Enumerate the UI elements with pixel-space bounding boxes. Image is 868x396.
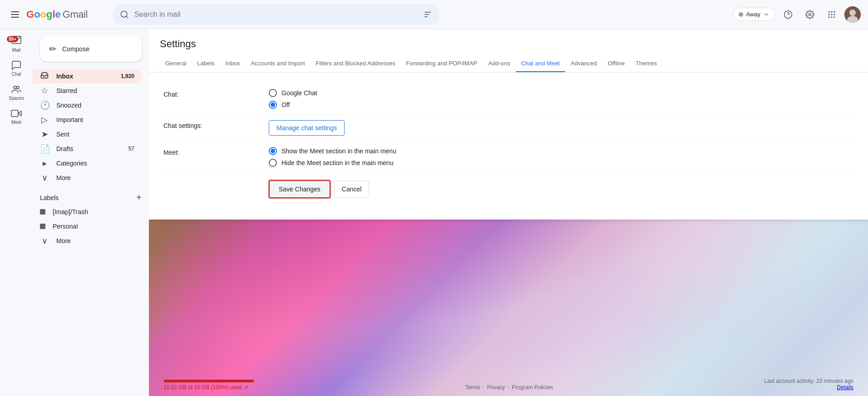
meet-section-label: Meet:: [163, 147, 254, 156]
tab-addons[interactable]: Add-ons: [483, 55, 515, 73]
save-changes-button[interactable]: Save Changes: [269, 180, 330, 198]
nav-more-label-2: More: [56, 237, 134, 244]
spaces-nav-label: Spaces: [9, 96, 24, 101]
svg-point-12: [831, 14, 832, 15]
tab-offline[interactable]: Offline: [602, 55, 630, 73]
chat-settings-value: Manage chat settings: [269, 120, 853, 136]
menu-icon[interactable]: [7, 8, 23, 21]
nav-icon-meet[interactable]: Meet: [0, 104, 33, 128]
settings-button[interactable]: [801, 5, 819, 24]
svg-point-18: [849, 10, 856, 16]
tab-labels[interactable]: Labels: [192, 55, 220, 73]
storage-bar-fill: [163, 380, 254, 382]
svg-point-22: [16, 86, 19, 89]
external-link-icon[interactable]: ↗: [244, 384, 248, 391]
nav-starred[interactable]: ☆ Starred: [33, 83, 142, 98]
content-area: Settings General Labels Inbox Accounts a…: [149, 29, 868, 396]
last-activity-text: Last account activity: 23 minutes ago: [764, 378, 853, 384]
radio-show-meet-circle: [269, 147, 277, 155]
radio-off-label: Off: [281, 101, 290, 108]
meet-option-show[interactable]: Show the Meet section in the main menu: [269, 147, 853, 155]
chat-option-google-chat[interactable]: Google Chat: [269, 89, 853, 97]
tab-themes[interactable]: Themes: [630, 55, 662, 73]
nav-categories[interactable]: ▸ Categories: [33, 156, 142, 171]
nav-drafts-count: 57: [128, 146, 134, 152]
nav-icon-spaces[interactable]: Spaces: [0, 80, 33, 104]
label-personal-text: Personal: [53, 223, 134, 230]
meet-option-hide[interactable]: Hide the Meet section in the main menu: [269, 159, 853, 167]
search-input[interactable]: [134, 10, 418, 19]
chat-settings-label: Chat settings:: [163, 120, 254, 129]
nav-drafts[interactable]: 📄 Drafts 57: [33, 142, 142, 156]
nav-categories-label: Categories: [56, 160, 134, 167]
gmail-logo: Google Gmail: [26, 9, 88, 20]
nav-important-label: Important: [56, 116, 134, 123]
svg-point-11: [829, 14, 830, 15]
chat-option-off[interactable]: Off: [269, 101, 853, 109]
nav-more-2[interactable]: ∨ More: [33, 234, 142, 248]
google-logo-icon: Google: [26, 9, 61, 20]
program-policies-link[interactable]: Program Policies: [512, 384, 553, 391]
search-bar[interactable]: [113, 4, 439, 25]
radio-hide-meet-label: Hide the Meet section in the main menu: [281, 159, 394, 166]
compose-button[interactable]: ✏ Compose: [40, 36, 142, 62]
svg-point-9: [831, 11, 832, 12]
add-label-button[interactable]: +: [136, 192, 142, 203]
svg-point-15: [831, 16, 832, 18]
svg-line-1: [126, 16, 128, 18]
tab-filters[interactable]: Filters and Blocked Addresses: [311, 55, 401, 73]
chat-section-label: Chat:: [163, 89, 254, 98]
tab-inbox[interactable]: Inbox: [220, 55, 246, 73]
nav-more-label-1: More: [56, 174, 134, 181]
nav-important[interactable]: ▷ Important: [33, 112, 142, 127]
svg-point-21: [14, 86, 16, 89]
nav-icon-mail[interactable]: 99+ Mail: [0, 31, 33, 56]
apps-button[interactable]: [823, 5, 841, 24]
tab-advanced[interactable]: Advanced: [565, 55, 602, 73]
terms-link[interactable]: Terms: [465, 384, 480, 391]
chat-radio-group: Google Chat Off: [269, 89, 853, 109]
settings-panel: Settings General Labels Inbox Accounts a…: [149, 29, 868, 220]
settings-content: Chat: Google Chat Off: [149, 73, 868, 213]
nav-starred-label: Starred: [56, 87, 134, 94]
nav-snoozed[interactable]: 🕐 Snoozed: [33, 98, 142, 112]
nav-inbox[interactable]: Inbox 1,920: [33, 69, 142, 83]
topbar-left: Google Gmail: [7, 8, 107, 21]
label-dot-icon: [40, 209, 45, 215]
categories-icon: ▸: [40, 158, 49, 168]
cancel-button[interactable]: Cancel: [334, 181, 370, 198]
settings-row-chat-settings: Chat settings: Manage chat settings: [163, 115, 853, 142]
chat-nav-label: Chat: [11, 72, 21, 77]
svg-point-7: [809, 13, 811, 15]
label-personal-dot-icon: [40, 224, 45, 229]
nav-icon-chat[interactable]: Chat: [0, 56, 33, 80]
label-imap-trash[interactable]: [Imap]/Trash: [33, 205, 142, 219]
tab-general[interactable]: General: [160, 55, 192, 73]
details-link[interactable]: Details: [837, 384, 853, 391]
footer-area: 15.02 GB of 15 GB (100%) used ↗ Terms · …: [149, 372, 868, 396]
status-button[interactable]: Away: [733, 8, 775, 21]
chat-options: Google Chat Off: [269, 89, 853, 109]
sent-icon: ➤: [40, 129, 49, 139]
svg-marker-23: [18, 111, 21, 116]
tab-chat-meet[interactable]: Chat and Meet: [516, 55, 565, 73]
help-button[interactable]: [779, 5, 797, 24]
compose-label: Compose: [62, 45, 89, 53]
radio-show-meet-label: Show the Meet section in the main menu: [281, 147, 396, 155]
nav-sent[interactable]: ➤ Sent: [33, 127, 142, 142]
starred-icon: ☆: [40, 86, 49, 96]
inbox-icon: [40, 71, 49, 82]
nav-sent-label: Sent: [56, 131, 134, 138]
meet-radio-group: Show the Meet section in the main menu H…: [269, 147, 853, 167]
manage-chat-settings-button[interactable]: Manage chat settings: [269, 120, 345, 136]
topbar-right: Away: [733, 5, 861, 24]
label-personal[interactable]: Personal: [33, 219, 142, 234]
filter-icon[interactable]: [423, 10, 432, 19]
nav-more-1[interactable]: ∨ More: [33, 171, 142, 185]
avatar[interactable]: [844, 6, 861, 23]
privacy-link[interactable]: Privacy: [487, 384, 505, 391]
topbar: Google Gmail Away: [0, 0, 868, 29]
tab-forwarding[interactable]: Forwarding and POP/IMAP: [400, 55, 483, 73]
tab-accounts[interactable]: Accounts and Import: [245, 55, 310, 73]
important-icon: ▷: [40, 115, 49, 125]
